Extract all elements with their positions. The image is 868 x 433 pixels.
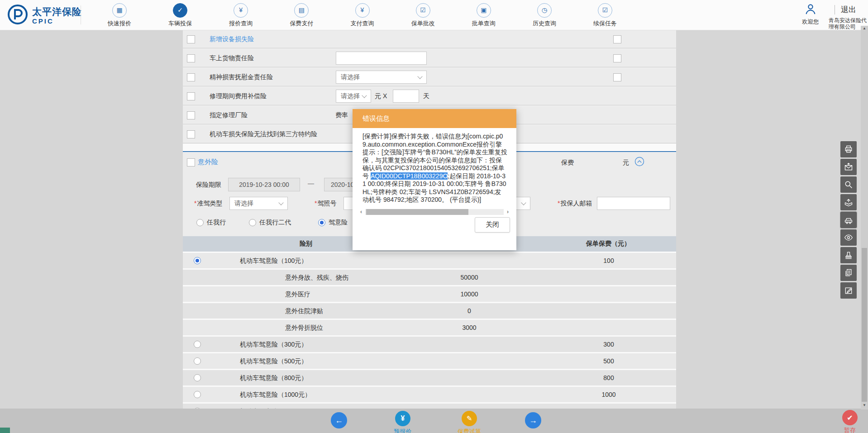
coverage-link[interactable]: 新增设备损失险 <box>210 35 254 43</box>
coverage-label: 精神损害抚慰金责任险 <box>210 73 273 81</box>
arrow-left-icon: ← <box>335 416 343 425</box>
row-radio[interactable] <box>194 374 201 381</box>
coverage-checkbox[interactable] <box>187 35 195 43</box>
nav-item[interactable]: ▣ 批单查询 <box>465 3 503 28</box>
premium-unit: 元 <box>623 159 629 167</box>
row-radio[interactable] <box>194 357 201 365</box>
days-input[interactable] <box>393 90 419 103</box>
nav-item[interactable]: ✓ 车辆投保 <box>161 3 199 28</box>
nav-item[interactable]: ¥ 支付查询 <box>343 3 382 28</box>
row-value-right: 500 <box>563 357 654 365</box>
drive-type-select[interactable]: 请选择 <box>229 197 288 210</box>
close-button[interactable]: 关闭 <box>475 217 510 233</box>
plan-radio[interactable]: 驾意险 <box>318 219 348 227</box>
cpic-logo[interactable]: 太平洋保险 CPIC <box>7 4 82 27</box>
premium-trial-label: 保费试算 <box>451 428 487 433</box>
plan-radio[interactable]: 任我行二代 <box>249 219 291 227</box>
coverage-checkbox-right[interactable] <box>613 73 621 81</box>
amount-select[interactable]: 请选择 <box>336 90 371 103</box>
stamp-button[interactable] <box>840 247 857 263</box>
nav-icon: ◷ <box>537 3 552 18</box>
divider <box>81 5 81 24</box>
view-button[interactable] <box>840 229 857 246</box>
nav-label: 保单批改 <box>404 19 442 28</box>
row-value-right: 100 <box>563 257 654 264</box>
mail-button[interactable] <box>840 159 857 175</box>
amount-select[interactable]: 请选择 <box>336 71 427 84</box>
nav-label: 历史查询 <box>525 19 563 28</box>
nav-icon: ▦ <box>112 3 127 18</box>
nav-icon: ▣ <box>477 3 491 18</box>
coverage-checkbox[interactable] <box>187 130 195 138</box>
save-draft-button[interactable]: ✔ <box>842 410 858 425</box>
arrow-right-icon: → <box>529 416 537 425</box>
plan-label: 任我行 <box>207 219 226 227</box>
accident-title-link[interactable]: 意外险 <box>198 158 218 167</box>
row-value-right: 800 <box>563 374 654 381</box>
nav-label: 报价查询 <box>222 19 260 28</box>
page-scrollbar-thumb[interactable] <box>862 248 867 402</box>
taskbar-fragment <box>0 428 10 433</box>
nav-item[interactable]: ¥ 报价查询 <box>222 3 260 28</box>
nav-item[interactable]: ▦ 快速报价 <box>100 3 138 28</box>
logout-button[interactable]: 退出 <box>841 5 856 15</box>
nav-item[interactable]: ☑ 续保任务 <box>586 3 624 28</box>
coverage-checkbox[interactable] <box>187 73 195 81</box>
nav-icon: ¥ <box>355 3 370 18</box>
brand-abbr: CPIC <box>32 17 82 25</box>
period-start-input[interactable]: 2019-10-23 00:00 <box>228 178 300 191</box>
coverage-checkbox[interactable] <box>187 54 195 62</box>
scroll-down-icon[interactable]: ▼ <box>861 403 868 407</box>
coverage-row: 修理期间费用补偿险 请选择 元 X 天 <box>183 87 676 105</box>
brand-name: 太平洋保险 <box>32 6 82 17</box>
divider <box>835 5 835 14</box>
hscroll-track[interactable] <box>365 209 504 215</box>
documents-button[interactable] <box>840 265 857 281</box>
premium-label: 保费 <box>561 159 574 167</box>
table-row: 机动车驾意险（500元） 500 <box>183 353 676 369</box>
row-radio[interactable] <box>194 341 201 348</box>
scroll-up-icon[interactable]: ▲ <box>861 26 868 30</box>
coverage-checkbox-right[interactable] <box>613 35 621 43</box>
prequote-label: 预报价 <box>385 428 421 433</box>
coverage-checkbox[interactable] <box>187 111 195 119</box>
scroll-right-icon[interactable]: › <box>505 208 511 215</box>
print-button[interactable] <box>840 141 857 157</box>
accident-checkbox[interactable] <box>187 158 195 167</box>
chevron-down-icon <box>362 93 367 98</box>
scroll-left-icon[interactable]: ‹ <box>358 208 364 215</box>
nav-icon: ¥ <box>234 3 248 18</box>
coverage-label: 机动车损失保险无法找到第三方特约险 <box>210 130 317 138</box>
amount-input[interactable] <box>336 52 427 65</box>
table-row: 意外医疗 10000 <box>183 286 676 302</box>
email-input[interactable] <box>597 197 670 210</box>
coverage-label: 修理期间费用补偿险 <box>210 92 267 100</box>
nav-item[interactable]: ◷ 历史查询 <box>525 3 563 28</box>
forward-button[interactable]: → <box>525 412 541 428</box>
dialog-message: [保费计算]保费计算失败，错误信息为[com.cpic.p09.auto.com… <box>362 133 507 206</box>
coverage-row: 新增设备损失险 <box>183 30 676 48</box>
back-button[interactable]: ← <box>331 412 347 428</box>
collapse-icon[interactable] <box>634 157 644 167</box>
row-radio[interactable] <box>194 257 201 264</box>
vehicle-button[interactable] <box>840 212 857 228</box>
plan-radio[interactable]: 任我行 <box>196 219 226 227</box>
radio-icon <box>196 219 204 226</box>
premium-trial-button[interactable]: ✎ <box>462 411 477 426</box>
hscroll-thumb[interactable] <box>366 209 468 215</box>
prequote-button[interactable]: ¥ <box>395 411 410 426</box>
coverage-checkbox[interactable] <box>187 92 195 100</box>
row-label: 机动车驾意险（100元） <box>240 257 307 265</box>
radio-icon <box>249 219 256 226</box>
export-button[interactable] <box>840 194 857 210</box>
plan-label: 任我行二代 <box>259 219 291 227</box>
premium-table: 机动车驾意险（100元） 100 意外身故、残疾、烧伤 50000 意外医疗 1… <box>183 253 676 420</box>
row-label: 机动车驾意险（800元） <box>240 374 307 382</box>
row-radio[interactable] <box>194 391 201 398</box>
nav-item[interactable]: ☑ 保单批改 <box>404 3 442 28</box>
search-button[interactable] <box>840 176 857 193</box>
edit-button[interactable] <box>840 282 857 299</box>
coverage-checkbox-right[interactable] <box>613 54 621 62</box>
trial-calc-icon: ✎ <box>467 414 472 423</box>
nav-item[interactable]: ▤ 保费支付 <box>282 3 320 28</box>
